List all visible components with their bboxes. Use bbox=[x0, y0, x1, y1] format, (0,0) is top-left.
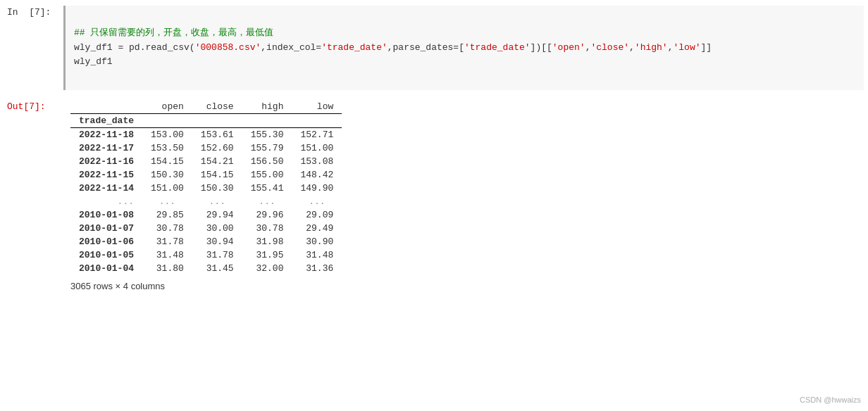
cell-low: ... bbox=[292, 195, 342, 208]
out-label-text: Out[7]: bbox=[7, 101, 46, 112]
cell-close: 153.61 bbox=[192, 127, 242, 141]
table-row: 2022-11-17153.50152.60155.79151.00 bbox=[70, 141, 342, 155]
col-header-open: open bbox=[142, 100, 192, 114]
table-row: 2022-11-14151.00150.30155.41149.90 bbox=[70, 182, 342, 195]
index-label-row: trade_date bbox=[70, 113, 342, 127]
col-header-close: close bbox=[192, 100, 242, 114]
cell-open: ... bbox=[142, 195, 192, 208]
cell-low: 30.90 bbox=[292, 235, 342, 248]
table-row: 2010-01-0531.4831.7831.9531.48 bbox=[70, 248, 342, 262]
table-row: 2022-11-15150.30154.15155.00148.42 bbox=[70, 168, 342, 182]
input-cell-wrapper: In [7]: ## 只保留需要的列，开盘，收盘，最高，最低值 wly_df1 … bbox=[0, 0, 868, 96]
cell-high: 30.78 bbox=[242, 222, 292, 235]
cell-low: 31.48 bbox=[292, 248, 342, 262]
cell-high: 32.00 bbox=[242, 262, 292, 275]
table-row: 2010-01-0431.8031.4532.0031.36 bbox=[70, 262, 342, 275]
cell-high: 156.50 bbox=[242, 155, 292, 168]
cell-low: 29.49 bbox=[292, 222, 342, 235]
cell-close: 30.00 bbox=[192, 222, 242, 235]
cell-close: 154.15 bbox=[192, 168, 242, 182]
cell-high: 29.96 bbox=[242, 208, 292, 222]
cell-low: 149.90 bbox=[292, 182, 342, 195]
cell-high: 31.98 bbox=[242, 235, 292, 248]
cell-high: 31.95 bbox=[242, 248, 292, 262]
in-number: [7]: bbox=[29, 7, 51, 18]
col-header-high: high bbox=[242, 100, 292, 114]
cell-date: 2022-11-18 bbox=[70, 127, 142, 141]
row-count: 3065 rows × 4 columns bbox=[70, 281, 868, 291]
cell-open: 154.15 bbox=[142, 155, 192, 168]
cell-date: 2010-01-08 bbox=[70, 208, 142, 222]
notebook-cell: In [7]: ## 只保留需要的列，开盘，收盘，最高，最低值 wly_df1 … bbox=[0, 0, 868, 411]
cell-high: 155.79 bbox=[242, 141, 292, 155]
in-keyword: In bbox=[7, 7, 18, 18]
index-label-cell: trade_date bbox=[70, 113, 142, 127]
input-label: In [7]: bbox=[0, 0, 63, 96]
cell-date: 2022-11-15 bbox=[70, 168, 142, 182]
table-header-row: open close high low bbox=[70, 100, 342, 114]
dataframe-table: open close high low trade_date bbox=[70, 100, 342, 275]
table-row: 2010-01-0730.7830.0030.7829.49 bbox=[70, 222, 342, 235]
cell-date: 2010-01-06 bbox=[70, 235, 142, 248]
cell-date: 2022-11-14 bbox=[70, 182, 142, 195]
cell-low: 153.08 bbox=[292, 155, 342, 168]
code-line2: wly_df1 bbox=[74, 56, 113, 67]
cell-open: 30.78 bbox=[142, 222, 192, 235]
table-body: 2022-11-18153.00153.61155.30152.712022-1… bbox=[70, 127, 342, 275]
index-label-pad4 bbox=[292, 113, 342, 127]
cell-close: 29.94 bbox=[192, 208, 242, 222]
cell-open: 153.50 bbox=[142, 141, 192, 155]
output-cell-wrapper: Out[7]: open close high low trade_date bbox=[0, 96, 868, 298]
cell-low: 151.00 bbox=[292, 141, 342, 155]
cell-open: 31.48 bbox=[142, 248, 192, 262]
cell-open: 150.30 bbox=[142, 168, 192, 182]
table-row: 2010-01-0631.7830.9431.9830.90 bbox=[70, 235, 342, 248]
cell-high: 155.41 bbox=[242, 182, 292, 195]
cell-date: 2022-11-16 bbox=[70, 155, 142, 168]
cell-date: 2022-11-17 bbox=[70, 141, 142, 155]
index-label-pad3 bbox=[242, 113, 292, 127]
table-row: 2022-11-18153.00153.61155.30152.71 bbox=[70, 127, 342, 141]
index-label-pad2 bbox=[192, 113, 242, 127]
code-comment: ## 只保留需要的列，开盘，收盘，最高，最低值 bbox=[74, 27, 273, 38]
cell-low: 152.71 bbox=[292, 127, 342, 141]
cell-close: 154.21 bbox=[192, 155, 242, 168]
cell-open: 31.78 bbox=[142, 235, 192, 248]
watermark: CSDN @hwwaizs bbox=[800, 396, 861, 404]
cell-date: 2010-01-05 bbox=[70, 248, 142, 262]
cell-date: ... bbox=[70, 195, 142, 208]
table-row: 2010-01-0829.8529.9429.9629.09 bbox=[70, 208, 342, 222]
cell-close: 30.94 bbox=[192, 235, 242, 248]
col-header-low: low bbox=[292, 100, 342, 114]
index-header bbox=[70, 100, 142, 114]
table-row: 2022-11-16154.15154.21156.50153.08 bbox=[70, 155, 342, 168]
cell-close: ... bbox=[192, 195, 242, 208]
code-line1: wly_df1 = pd.read_csv('000858.csv',index… bbox=[74, 42, 712, 53]
cell-high: ... bbox=[242, 195, 292, 208]
cell-low: 29.09 bbox=[292, 208, 342, 222]
output-label: Out[7]: bbox=[0, 96, 63, 298]
cell-high: 155.00 bbox=[242, 168, 292, 182]
input-code-block: ## 只保留需要的列，开盘，收盘，最高，最低值 wly_df1 = pd.rea… bbox=[63, 6, 864, 90]
cell-close: 150.30 bbox=[192, 182, 242, 195]
cell-close: 31.78 bbox=[192, 248, 242, 262]
cell-open: 151.00 bbox=[142, 182, 192, 195]
cell-high: 155.30 bbox=[242, 127, 292, 141]
index-label-pad1 bbox=[142, 113, 192, 127]
cell-open: 29.85 bbox=[142, 208, 192, 222]
cell-low: 31.36 bbox=[292, 262, 342, 275]
cell-low: 148.42 bbox=[292, 168, 342, 182]
cell-open: 31.80 bbox=[142, 262, 192, 275]
cell-close: 152.60 bbox=[192, 141, 242, 155]
cell-close: 31.45 bbox=[192, 262, 242, 275]
cell-open: 153.00 bbox=[142, 127, 192, 141]
output-content: open close high low trade_date bbox=[63, 96, 868, 298]
cell-date: 2010-01-04 bbox=[70, 262, 142, 275]
cell-date: 2010-01-07 bbox=[70, 222, 142, 235]
table-row: ............... bbox=[70, 195, 342, 208]
